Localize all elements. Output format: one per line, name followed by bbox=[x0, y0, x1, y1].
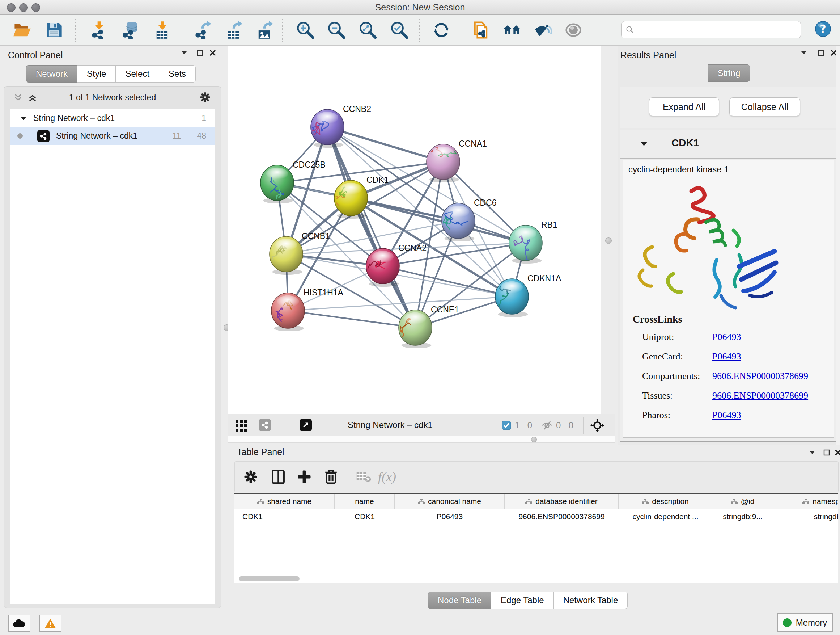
crosslink-link[interactable]: P06493 bbox=[712, 351, 741, 362]
node-label-CCNA1: CCNA1 bbox=[459, 139, 487, 149]
float-panel-icon[interactable] bbox=[823, 449, 830, 456]
network-share-icon[interactable] bbox=[259, 419, 271, 431]
network-node-CDC6[interactable]: CDC6 bbox=[442, 198, 497, 241]
table-options-gear-icon[interactable] bbox=[241, 467, 260, 486]
show-columns-icon[interactable] bbox=[269, 467, 287, 486]
panel-menu-icon[interactable] bbox=[800, 49, 807, 57]
collection-expander-icon[interactable] bbox=[20, 116, 27, 121]
column-header-database-identifier[interactable]: database identifier bbox=[505, 494, 619, 509]
network-options-gear-icon[interactable] bbox=[199, 92, 211, 103]
import-network-file-icon[interactable] bbox=[88, 19, 110, 41]
add-column-icon[interactable] bbox=[295, 467, 314, 486]
help-icon[interactable]: ? bbox=[813, 19, 834, 40]
horizontal-splitter[interactable] bbox=[228, 436, 616, 443]
close-panel-icon[interactable] bbox=[209, 49, 216, 57]
delete-table-icon[interactable] bbox=[354, 467, 373, 486]
zoom-out-icon[interactable] bbox=[326, 19, 347, 41]
horizontal-scrollbar-thumb[interactable] bbox=[239, 576, 300, 581]
crosslink-link[interactable]: P06493 bbox=[712, 332, 741, 342]
network-node-CDK1[interactable]: CDK1 bbox=[332, 175, 389, 219]
canvas-right-gutter bbox=[600, 46, 616, 414]
save-session-icon[interactable] bbox=[43, 19, 65, 41]
float-panel-icon[interactable] bbox=[817, 49, 824, 57]
control-panel: Control Panel NetworkStyleSelectSets 1 o… bbox=[0, 46, 225, 609]
network-node-count: 11 bbox=[172, 131, 181, 141]
crosslink-link[interactable]: 9606.ENSP00000378699 bbox=[712, 371, 808, 382]
node-label-CDKN1A: CDKN1A bbox=[527, 274, 561, 283]
expand-all-button[interactable]: Expand All bbox=[649, 97, 719, 116]
close-panel-icon[interactable] bbox=[834, 449, 840, 456]
collapse-section-icon[interactable] bbox=[640, 141, 648, 147]
zoom-in-icon[interactable] bbox=[295, 19, 316, 41]
delete-column-trash-icon[interactable] bbox=[322, 467, 340, 486]
tab-node-table[interactable]: Node Table bbox=[428, 592, 491, 609]
home-icon[interactable] bbox=[501, 19, 523, 41]
show-hide-glasses-icon[interactable] bbox=[532, 19, 553, 41]
results-scrollbar[interactable] bbox=[836, 46, 840, 445]
float-panel-icon[interactable] bbox=[196, 49, 204, 57]
network-node-CDC25B[interactable]: CDC25B bbox=[261, 160, 325, 203]
tab-network[interactable]: Network bbox=[26, 65, 77, 82]
search-input[interactable] bbox=[638, 22, 801, 37]
column-header-@id[interactable]: @id bbox=[712, 494, 773, 509]
tab-sets[interactable]: Sets bbox=[159, 65, 196, 82]
column-header-canonical-name[interactable]: canonical name bbox=[395, 494, 505, 509]
birds-eye-view-icon[interactable] bbox=[300, 419, 312, 431]
table-cell: CDK1 bbox=[234, 512, 335, 521]
function-builder-icon[interactable]: f(x) bbox=[373, 467, 401, 486]
network-canvas[interactable]: CCNB2CCNA1CDC25BCDK1CDC6RB1CCNB1CCNA2CDK… bbox=[228, 46, 600, 414]
network-tree: String Network – cdk1 1 String Network –… bbox=[10, 109, 215, 604]
column-header-shared-name[interactable]: shared name bbox=[234, 494, 335, 509]
table-toolbar: f(x) bbox=[234, 461, 838, 492]
selected-checkbox-icon[interactable] bbox=[502, 421, 511, 430]
network-node-CCNB2[interactable]: CCNB2 bbox=[310, 104, 371, 148]
crosslink-link[interactable]: 9606.ENSP00000378699 bbox=[712, 390, 808, 401]
column-header-name[interactable]: name bbox=[335, 494, 395, 509]
network-node-CDKN1A[interactable]: CDKN1A bbox=[487, 274, 561, 317]
network-node-CCNA1[interactable]: CCNA1 bbox=[424, 139, 487, 182]
table-row[interactable]: CDK1CDK1P064939606.ENSP00000378699cyclin… bbox=[234, 509, 838, 524]
warnings-button[interactable] bbox=[39, 615, 62, 632]
cloud-status-button[interactable] bbox=[8, 615, 30, 632]
splitter-handle[interactable] bbox=[531, 437, 537, 442]
collection-label: String Network – cdk1 bbox=[33, 113, 115, 123]
splitter-handle[interactable] bbox=[605, 238, 612, 244]
memory-button[interactable]: Memory bbox=[777, 613, 833, 632]
column-header-description[interactable]: description bbox=[619, 494, 712, 509]
tab-select[interactable]: Select bbox=[115, 65, 159, 82]
collapse-all-button[interactable]: Collapse All bbox=[729, 97, 800, 116]
table-cell: 9606.ENSP00000378699 bbox=[505, 512, 619, 521]
export-table-icon[interactable] bbox=[223, 19, 244, 41]
network-node-RB1[interactable]: RB1 bbox=[509, 220, 557, 264]
crosslink-row: Compartments:9606.ENSP00000378699 bbox=[623, 368, 834, 387]
import-network-database-icon[interactable] bbox=[120, 19, 141, 41]
export-image-icon[interactable] bbox=[254, 19, 275, 41]
tab-edge-table[interactable]: Edge Table bbox=[491, 592, 554, 609]
copy-network-icon[interactable] bbox=[470, 19, 491, 41]
tab-network-table[interactable]: Network Table bbox=[554, 592, 628, 609]
network-view: CCNB2CCNA1CDC25BCDK1CDC6RB1CCNB1CCNA2CDK… bbox=[228, 46, 616, 442]
grid-view-icon[interactable] bbox=[235, 419, 248, 432]
panel-menu-icon[interactable] bbox=[180, 49, 188, 57]
sphere-icon[interactable] bbox=[563, 19, 584, 41]
crosslink-link[interactable]: P06493 bbox=[712, 410, 741, 421]
tab-style[interactable]: Style bbox=[77, 65, 116, 82]
network-row-selected[interactable]: String Network – cdk1 11 48 bbox=[10, 127, 215, 145]
export-network-icon[interactable] bbox=[192, 19, 213, 41]
hidden-items-icon[interactable] bbox=[541, 420, 553, 431]
network-collection-row[interactable]: String Network – cdk1 1 bbox=[10, 109, 215, 127]
panel-menu-icon[interactable] bbox=[808, 449, 816, 456]
zoom-selected-icon[interactable] bbox=[389, 19, 410, 41]
crosslink-row: Tissues:9606.ENSP00000378699 bbox=[623, 387, 834, 407]
column-header-namespace[interactable]: namespace bbox=[773, 494, 838, 509]
tab-string[interactable]: String bbox=[708, 65, 750, 82]
protein-header[interactable]: CDK1 bbox=[620, 130, 837, 158]
open-session-icon[interactable] bbox=[11, 19, 33, 41]
import-table-file-icon[interactable] bbox=[152, 19, 173, 41]
pan-crosshair-icon[interactable] bbox=[591, 418, 604, 432]
network-node-CCNE1[interactable]: CCNE1 bbox=[386, 305, 459, 348]
refresh-icon[interactable] bbox=[431, 19, 452, 41]
results-panel-title: Results Panel bbox=[621, 50, 676, 60]
node-table[interactable]: shared namenamecanonical namedatabase id… bbox=[234, 493, 838, 583]
zoom-fit-icon[interactable] bbox=[357, 19, 378, 41]
